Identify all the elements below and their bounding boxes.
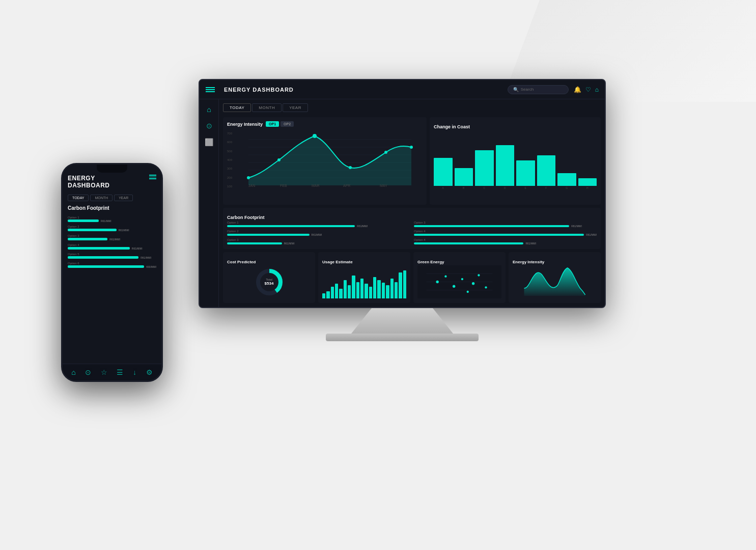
phone-nav-list[interactable]: ☰: [117, 368, 123, 376]
carbon-row-l1: Option 1 R61/MWI: [227, 221, 410, 228]
search-icon: 🔍: [513, 87, 519, 92]
phone-carbon-value-4: R61/MWI: [132, 247, 143, 250]
phone-carbon-bar-wrap-1: R61/MWI: [68, 219, 156, 223]
sidebar-clipboard-icon[interactable]: ⬜: [205, 138, 213, 146]
tab-month[interactable]: MONTH: [252, 103, 282, 112]
usage-bar-11: [365, 284, 368, 298]
bar-e: [516, 160, 535, 186]
scatter-svg: [417, 265, 501, 298]
dashboard: ENERGY DASHBOARD 🔍 Search 🔔 ♡ ⌂: [200, 80, 605, 307]
carbon-row-l3: Option 3 R61/MWI: [227, 238, 410, 245]
tab-today[interactable]: TODAY: [223, 103, 251, 112]
phone-nav-download[interactable]: ↓: [133, 368, 136, 376]
green-scatter-chart: [417, 265, 501, 298]
sidebar-settings-icon[interactable]: ⊙: [206, 122, 212, 130]
energy-chart-area: 700600500400300200100: [227, 132, 423, 198]
phone-carbon-bar-3: [68, 238, 107, 240]
tab-year[interactable]: YEAR: [283, 103, 308, 112]
usage-bar-4: [335, 284, 338, 298]
bar-group-b: B: [455, 168, 473, 189]
phone-screen: ENERGYDASHBOARD TODAY MONTH YEAR Carbon …: [63, 164, 161, 364]
carbon-bar-r1: [414, 225, 569, 227]
svg-point-27: [472, 282, 474, 285]
usage-bar-7: [348, 285, 351, 298]
bar-group-g: G: [557, 173, 576, 189]
intensity-area-chart: [513, 265, 597, 298]
bar-label-d: D: [504, 186, 506, 189]
phone-carbon-bar-2: [68, 229, 117, 231]
svg-point-6: [247, 176, 250, 179]
phone-carbon-row-3: Option 3 R61/MWI: [68, 234, 156, 241]
carbon-rows: Option 1 R61/MWI Option 2: [227, 221, 597, 245]
y-axis-labels: 700600500400300200100: [227, 132, 232, 188]
phone-carbon-value-2: R61/MWI: [119, 229, 129, 232]
carbon-label-r3: Option 4: [414, 238, 597, 241]
bar-group-f: F: [537, 155, 556, 189]
phone-nav-gear[interactable]: ⚙: [146, 368, 153, 376]
carbon-row-r1: Option 3 R61/MWI: [414, 221, 597, 228]
chart-inner: JAN FEB MAR APR MAY: [237, 132, 423, 188]
carbon-value-l3: R61/MWI: [284, 242, 295, 245]
topbar: ENERGY DASHBOARD 🔍 Search 🔔 ♡ ⌂: [200, 80, 605, 99]
usage-bars: [322, 265, 406, 298]
bell-icon[interactable]: 🔔: [574, 86, 581, 93]
energy-intensity-widget-title: Energy Intensity: [513, 260, 544, 264]
phone-nav-star[interactable]: ☆: [101, 368, 107, 376]
usage-bar-6: [344, 280, 347, 298]
phone-carbon-rows: Option 1 R61/MWI Option 2 R61/MWI Option…: [68, 216, 156, 268]
energy-intensity-widget: Energy Intensity: [509, 252, 601, 303]
phone-menu-icon[interactable]: [149, 175, 156, 179]
chart-options: OP1 OP2: [266, 121, 294, 127]
donut-total-value: $534: [265, 281, 274, 286]
svg-point-25: [461, 278, 463, 280]
main-layout: ⌂ ⊙ ⬜ TODAY MONTH YEAR: [200, 99, 605, 307]
bar-a: [434, 158, 453, 186]
phone-tab-year[interactable]: YEAR: [114, 195, 133, 201]
sidebar-home-icon[interactable]: ⌂: [207, 105, 211, 114]
carbon-bar-container-l2: R61/MWI: [227, 233, 410, 236]
bar-group-a: A: [434, 158, 453, 189]
phone-carbon-value-1: R61/MWI: [101, 219, 111, 223]
usage-bar-19: [399, 272, 402, 298]
phone-carbon-label-3: Option 3: [68, 234, 156, 237]
carbon-label-r1: Option 3: [414, 221, 597, 224]
carbon-bar-container-r1: R61/MWI: [414, 225, 597, 228]
phone-carbon-bar-wrap-6: 400/MWI: [68, 265, 156, 268]
hamburger-icon[interactable]: [206, 86, 218, 93]
heart-icon[interactable]: ♡: [585, 86, 591, 93]
energy-intensity-header: Energy Intensity OP1 OP2: [227, 121, 423, 130]
bar-label-g: G: [566, 186, 568, 189]
usage-bar-2: [326, 291, 329, 298]
svg-point-9: [349, 166, 352, 169]
carbon-row-r2: Option 4 R61/MWI: [414, 230, 597, 236]
option-1-btn[interactable]: OP1: [266, 121, 279, 127]
usage-bar-9: [356, 282, 359, 299]
bar-group-e: E: [516, 160, 535, 189]
carbon-value-l2: R61/MWI: [312, 233, 322, 236]
carbon-row-r3: Option 4 R61/MWI: [414, 238, 597, 245]
monitor-stand: [351, 308, 453, 334]
option-2-btn[interactable]: OP2: [281, 121, 294, 127]
header-icons: 🔔 ♡ ⌂: [574, 86, 599, 93]
usage-bar-17: [390, 279, 394, 298]
phone-nav-home[interactable]: ⌂: [71, 368, 75, 376]
usage-estimate-title: Usage Estimate: [322, 260, 353, 264]
cost-predicted-title: Cost Predicted: [227, 260, 256, 264]
search-bar[interactable]: 🔍 Search: [508, 85, 569, 94]
home-icon[interactable]: ⌂: [595, 86, 599, 93]
monitor-base: [326, 334, 479, 341]
app-title: ENERGY DASHBOARD: [224, 87, 508, 93]
phone-nav-settings[interactable]: ⊙: [85, 368, 91, 376]
carbon-value-l1: R61/MWI: [357, 225, 368, 228]
carbon-footprint-panel: Carbon Footprint Option 1 R61/MWI: [223, 208, 601, 249]
svg-point-26: [467, 291, 469, 293]
svg-point-28: [478, 274, 480, 276]
phone-tab-today[interactable]: TODAY: [68, 195, 89, 201]
carbon-value-r2: R61/MWI: [586, 233, 597, 236]
search-placeholder: Search: [521, 87, 534, 92]
usage-bar-8: [352, 276, 355, 299]
bar-label-f: F: [545, 186, 547, 189]
phone-tab-month[interactable]: MONTH: [90, 195, 113, 201]
svg-text:JAN: JAN: [248, 184, 255, 187]
phone-carbon-label-6: Option 6: [68, 262, 156, 265]
